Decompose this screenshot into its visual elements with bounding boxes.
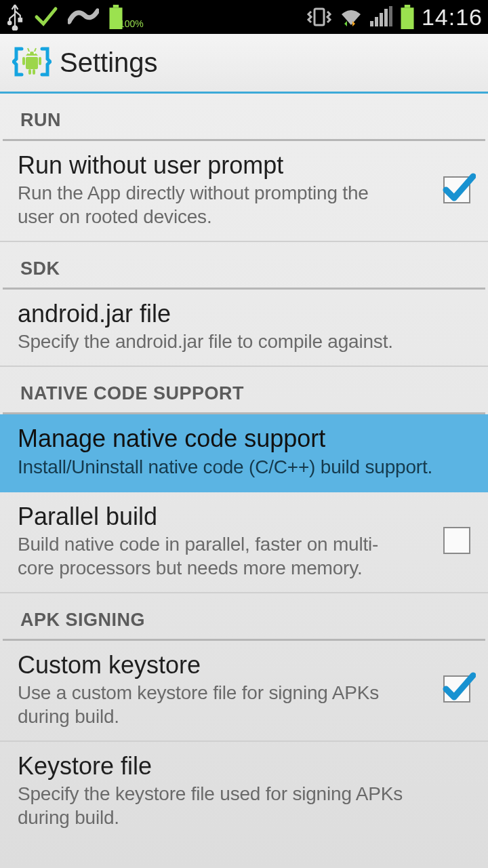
svg-point-0 xyxy=(8,22,11,24)
settings-list[interactable]: RUN Run without user prompt Run the App … xyxy=(0,94,488,868)
svg-point-2 xyxy=(13,26,18,31)
svg-rect-11 xyxy=(405,5,410,7)
item-title: Parallel build xyxy=(18,502,431,531)
item-custom-keystore[interactable]: Custom keystore Use a custom keystore fi… xyxy=(0,641,488,742)
item-title: Custom keystore xyxy=(18,650,431,679)
checkbox-custom-keystore[interactable] xyxy=(443,675,470,703)
status-left: 100% xyxy=(5,3,144,31)
svg-rect-12 xyxy=(401,7,413,29)
item-title: Run without user prompt xyxy=(18,151,431,180)
item-parallel-build[interactable]: Parallel build Build native code in para… xyxy=(0,492,488,593)
clock: 14:16 xyxy=(422,4,483,31)
svg-line-19 xyxy=(35,48,36,52)
item-title: Manage native code support xyxy=(18,424,470,453)
usb-icon xyxy=(5,3,24,31)
vibrate-icon xyxy=(306,6,332,28)
checkbox-parallel-build[interactable] xyxy=(443,527,470,554)
signal-icon xyxy=(370,6,393,28)
app-icon xyxy=(12,42,52,84)
svg-rect-8 xyxy=(380,13,383,26)
battery-pct: 100% xyxy=(119,18,144,29)
item-subtitle: Specify the android.jar file to compile … xyxy=(18,330,451,353)
sync-icon xyxy=(68,5,99,28)
svg-rect-7 xyxy=(375,17,378,26)
item-android-jar[interactable]: android.jar file Specify the android.jar… xyxy=(0,290,488,367)
item-manage-native[interactable]: Manage native code support Install/Unins… xyxy=(0,414,488,492)
section-header-apk: APK SIGNING xyxy=(3,593,485,641)
svg-rect-10 xyxy=(389,6,392,26)
status-bar: 100% 14:16 xyxy=(0,0,488,34)
svg-rect-15 xyxy=(39,57,41,65)
section-header-sdk: SDK xyxy=(3,242,485,290)
svg-rect-16 xyxy=(28,69,31,75)
item-title: android.jar file xyxy=(18,299,470,328)
item-keystore-file[interactable]: Keystore file Specify the keystore file … xyxy=(0,742,488,842)
svg-rect-1 xyxy=(19,18,22,21)
item-subtitle: Run the App directly without prompting t… xyxy=(18,181,397,229)
battery-right-icon xyxy=(400,5,415,29)
svg-rect-13 xyxy=(26,57,38,69)
svg-rect-17 xyxy=(33,69,35,75)
item-subtitle: Build native code in parallel, faster on… xyxy=(18,532,397,580)
app-header: Settings xyxy=(0,34,488,94)
svg-point-20 xyxy=(28,52,30,54)
svg-rect-5 xyxy=(314,9,324,25)
svg-rect-3 xyxy=(113,5,119,7)
item-subtitle: Use a custom keystore file for signing A… xyxy=(18,681,397,728)
item-run-without-prompt[interactable]: Run without user prompt Run the App dire… xyxy=(0,141,488,242)
checkbox-run-without-prompt[interactable] xyxy=(443,176,470,203)
item-subtitle: Install/Uninstall native code (C/C++) bu… xyxy=(18,455,451,479)
svg-rect-9 xyxy=(384,9,388,26)
item-subtitle: Specify the keystore file used for signi… xyxy=(18,782,451,829)
item-title: Keystore file xyxy=(18,751,470,781)
wifi-icon xyxy=(339,6,363,28)
page-title: Settings xyxy=(60,47,158,78)
section-header-native: NATIVE CODE SUPPORT xyxy=(3,367,485,414)
svg-point-21 xyxy=(34,52,36,54)
section-header-run: RUN xyxy=(3,94,485,141)
status-right: 14:16 xyxy=(306,4,483,31)
battery-left-icon: 100% xyxy=(108,5,144,29)
checkmark-icon xyxy=(34,5,58,29)
svg-rect-14 xyxy=(22,57,25,65)
svg-rect-6 xyxy=(370,21,373,26)
svg-line-18 xyxy=(28,48,29,52)
